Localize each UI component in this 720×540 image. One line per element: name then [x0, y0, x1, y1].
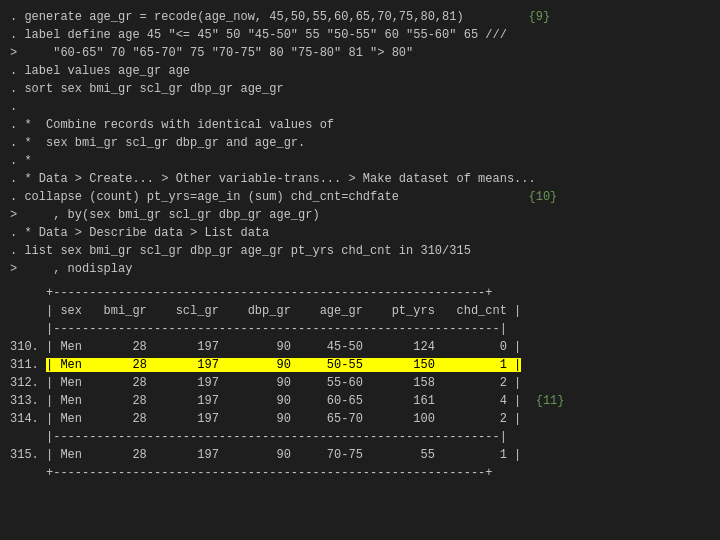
- table-header-sep: |---------------------------------------…: [10, 320, 710, 338]
- table-bottom-sep: |---------------------------------------…: [10, 428, 710, 446]
- line-label-define-cont: > "60-65" 70 "65-70" 75 "70-75" 80 "75-8…: [10, 44, 710, 62]
- table-row-314: 314. | Men 28 197 90 65-70 100 2 |: [10, 410, 710, 428]
- table-row-310: 310. | Men 28 197 90 45-50 124 0 |: [10, 338, 710, 356]
- terminal: . generate age_gr = recode(age_now, 45,5…: [0, 0, 720, 540]
- line-collapse-by: > , by(sex bmi_gr scl_gr dbp_gr age_gr): [10, 206, 710, 224]
- line-list: . list sex bmi_gr scl_gr dbp_gr age_gr p…: [10, 242, 710, 260]
- table-top-border: +---------------------------------------…: [10, 284, 710, 302]
- table: +---------------------------------------…: [10, 284, 710, 482]
- table-row-313: 313. | Men 28 197 90 60-65 161 4 | {11}: [10, 392, 710, 410]
- table-bottom-border: +---------------------------------------…: [10, 464, 710, 482]
- line-comment-combine: . * Combine records with identical value…: [10, 116, 710, 134]
- line-dot1: .: [10, 98, 710, 116]
- line-comment-sex: . * sex bmi_gr scl_gr dbp_gr and age_gr.: [10, 134, 710, 152]
- line-comment-dot: . *: [10, 152, 710, 170]
- line-sort: . sort sex bmi_gr scl_gr dbp_gr age_gr: [10, 80, 710, 98]
- table-row-312: 312. | Men 28 197 90 55-60 158 2 |: [10, 374, 710, 392]
- line-comment-describe: . * Data > Describe data > List data: [10, 224, 710, 242]
- line-collapse: . collapse (count) pt_yrs=age_in (sum) c…: [10, 188, 710, 206]
- line-label-values: . label values age_gr age: [10, 62, 710, 80]
- line-nodisplay: > , nodisplay: [10, 260, 710, 278]
- table-row-315: 315. | Men 28 197 90 70-75 55 1 |: [10, 446, 710, 464]
- table-row-311: 311. | Men 28 197 90 50-55 150 1 |: [10, 356, 710, 374]
- line-generate: . generate age_gr = recode(age_now, 45,5…: [10, 8, 710, 26]
- table-header: | sex bmi_gr scl_gr dbp_gr age_gr pt_yrs…: [10, 302, 710, 320]
- line-comment-data: . * Data > Create... > Other variable-tr…: [10, 170, 710, 188]
- line-label-define: . label define age 45 "<= 45" 50 "45-50"…: [10, 26, 710, 44]
